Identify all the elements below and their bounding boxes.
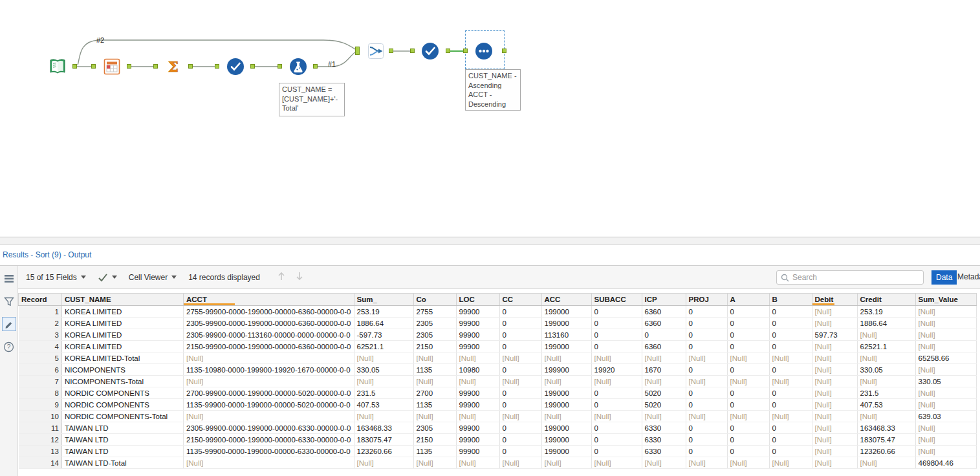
data-cell[interactable]: 2305-99900-0000-113160-00000-0000-00000-… [184,329,354,341]
data-cell[interactable]: 0 [499,329,541,341]
record-number-cell[interactable]: 8 [19,387,62,399]
data-cell[interactable]: [Null] [915,318,976,329]
data-cell[interactable]: 62521.1 [354,341,413,352]
data-cell[interactable]: [Null] [354,352,413,364]
data-cell[interactable]: 99900 [456,329,499,341]
data-cell[interactable]: [Null] [769,376,812,387]
data-cell[interactable]: [Null] [456,352,499,364]
data-cell[interactable]: 0 [727,329,769,341]
data-cell[interactable]: [Null] [812,446,857,457]
data-cell[interactable]: 0 [686,422,727,434]
data-cell[interactable]: 0 [769,446,812,457]
data-cell[interactable]: 639.03 [915,411,976,422]
data-cell[interactable]: [Null] [686,457,727,469]
data-cell[interactable]: [Null] [915,364,976,376]
data-cell[interactable]: 0 [727,446,769,457]
data-cell[interactable]: NICOMPONENTS-Total [62,376,184,387]
data-cell[interactable]: [Null] [541,457,591,469]
record-number-cell[interactable]: 5 [19,352,62,364]
data-cell[interactable]: 0 [769,387,812,399]
data-cell[interactable]: 2305-99900-0000-199000-00000-6360-00000-… [184,318,354,329]
data-cell[interactable]: 231.5 [354,387,413,399]
data-cell[interactable]: 253.19 [857,306,915,318]
data-cell[interactable]: 0 [686,329,727,341]
data-cell[interactable]: [Null] [184,376,354,387]
data-cell[interactable]: 0 [591,387,642,399]
data-cell[interactable]: 2305 [413,329,456,341]
data-cell[interactable]: 62521.1 [857,341,915,352]
data-cell[interactable]: 0 [499,364,541,376]
data-cell[interactable]: [Null] [499,411,541,422]
data-cell[interactable]: NORDIC COMPONENTS [62,387,184,399]
union-input-anchor[interactable] [355,47,360,55]
data-cell[interactable]: [Null] [857,457,915,469]
data-cell[interactable]: 0 [686,434,727,446]
data-cell[interactable]: 2150-99900-0000-199000-00000-6330-00000-… [184,434,354,446]
data-cell[interactable]: 2305 [413,318,456,329]
data-cell[interactable]: 99900 [456,387,499,399]
data-cell[interactable]: 0 [499,341,541,352]
record-number-cell[interactable]: 6 [19,364,62,376]
sort-annotation[interactable]: CUST_NAME - Ascending ACCT - Descending [465,69,521,111]
column-header[interactable]: Co [413,294,456,306]
data-cell[interactable]: [Null] [499,376,541,387]
data-cell[interactable]: 0 [686,446,727,457]
data-cell[interactable]: 199000 [541,434,591,446]
data-cell[interactable]: 0 [686,318,727,329]
data-cell[interactable]: [Null] [499,457,541,469]
data-cell[interactable]: 0 [499,306,541,318]
data-cell[interactable]: 330.05 [354,364,413,376]
record-number-cell[interactable]: 10 [19,411,62,422]
data-cell[interactable]: [Null] [591,352,642,364]
data-cell[interactable]: 163468.33 [354,422,413,434]
table-row[interactable]: 5KOREA LIMITED-Total[Null][Null][Null][N… [19,352,977,364]
data-cell[interactable]: 99900 [456,318,499,329]
pane-splitter[interactable] [0,237,980,244]
column-header[interactable]: CUST_NAME [62,294,184,306]
data-cell[interactable]: 1135-99900-0000-199000-00000-6330-00000-… [184,446,354,457]
data-cell[interactable]: [Null] [769,411,812,422]
input-data-tool[interactable] [48,57,67,76]
data-cell[interactable]: 199000 [541,399,591,411]
data-cell[interactable]: 2305 [413,422,456,434]
data-cell[interactable]: 1135 [413,399,456,411]
data-cell[interactable]: 2150-99900-0000-199000-00000-6360-00000-… [184,341,354,352]
data-cell[interactable]: [Null] [915,422,976,434]
record-number-cell[interactable]: 1 [19,306,62,318]
data-cell[interactable]: [Null] [812,376,857,387]
data-cell[interactable]: [Null] [915,329,976,341]
data-cell[interactable]: 1886.64 [857,318,915,329]
data-cell[interactable]: [Null] [541,376,591,387]
output-anchor[interactable] [250,64,255,69]
data-cell[interactable]: 113160 [541,329,591,341]
column-header[interactable]: SUBACC [591,294,642,306]
record-number-cell[interactable]: 9 [19,399,62,411]
data-cell[interactable]: [Null] [812,306,857,318]
data-cell[interactable]: 1135 [413,446,456,457]
data-cell[interactable]: [Null] [812,352,857,364]
output-anchor[interactable] [389,49,393,53]
data-cell[interactable]: 99900 [456,306,499,318]
data-cell[interactable]: 0 [499,446,541,457]
table-row[interactable]: 6NICOMPONENTS1135-10980-0000-199900-1992… [19,364,977,376]
data-cell[interactable]: [Null] [354,457,413,469]
input-anchor[interactable] [278,64,282,69]
column-header[interactable]: ACCT [184,294,354,306]
data-cell[interactable]: [Null] [812,434,857,446]
data-cell[interactable]: 2150 [413,434,456,446]
data-cell[interactable]: [Null] [857,411,915,422]
edit-pencil-icon[interactable] [2,317,16,331]
data-cell[interactable]: 0 [591,399,642,411]
search-input[interactable] [792,273,919,282]
data-cell[interactable]: [Null] [915,446,976,457]
record-number-cell[interactable]: 14 [19,457,62,469]
data-cell[interactable]: 183075.47 [354,434,413,446]
data-cell[interactable]: 0 [727,306,769,318]
column-header[interactable]: A [727,294,769,306]
data-cell[interactable]: 1886.64 [354,318,413,329]
data-cell[interactable]: 0 [727,341,769,352]
data-cell[interactable]: 0 [591,306,642,318]
data-cell[interactable]: 6360 [642,318,686,329]
data-cell[interactable]: [Null] [812,399,857,411]
sort-tool-selected[interactable] [474,41,494,61]
